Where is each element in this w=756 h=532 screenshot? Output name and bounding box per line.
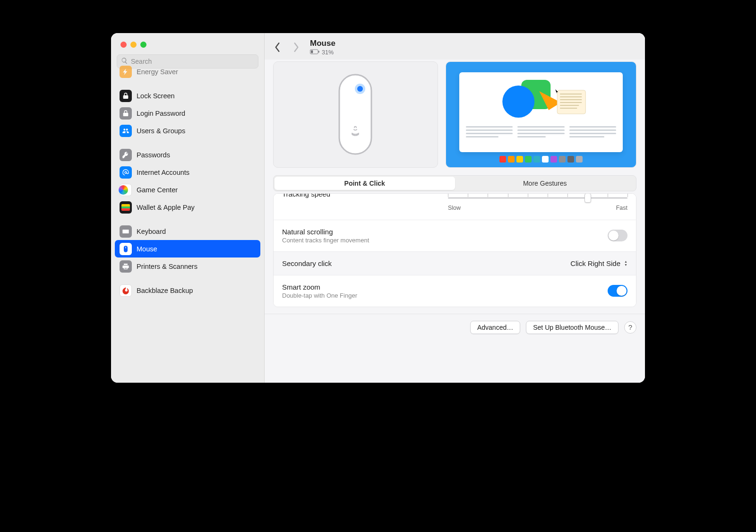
battery-status: 31% [310, 49, 335, 56]
preview-row [273, 61, 636, 168]
sidebar-item-label: Energy Saver [137, 68, 178, 76]
toolbar: Mouse 31% [265, 33, 645, 60]
settings-list: Tracking speed Slow Fast [273, 193, 636, 307]
sidebar-item-game-center[interactable]: Game Center [115, 181, 260, 198]
printers-icon [120, 260, 132, 273]
lock-icon [120, 90, 132, 102]
login-password-icon [120, 107, 132, 120]
natural-scrolling-label: Natural scrolling [282, 228, 608, 236]
secondary-click-popup[interactable]: Click Right Side ▲▼ [570, 259, 627, 267]
row-natural-scrolling: Natural scrolling Content tracks finger … [274, 220, 636, 252]
sidebar-item-label: Printers & Scanners [137, 263, 198, 270]
sidebar-item-label: Wallet & Apple Pay [137, 204, 195, 211]
energy-saver-icon [120, 66, 132, 78]
main-pane: Mouse 31% [265, 33, 645, 383]
at-sign-icon [120, 166, 132, 179]
sidebar-item-lock-screen[interactable]: Lock Screen [115, 87, 260, 104]
battery-percent: 31% [322, 49, 334, 56]
svg-point-7 [502, 86, 534, 118]
help-button[interactable]: ? [624, 321, 636, 334]
sidebar-item-label: Login Password [137, 110, 185, 117]
tab-point-click[interactable]: Point & Click [275, 177, 455, 190]
content-scroll[interactable]: Point & Click More Gestures Tracking spe… [265, 60, 645, 383]
svg-rect-3 [339, 75, 371, 154]
users-groups-icon [120, 125, 132, 137]
smart-zoom-label: Smart zoom [282, 283, 608, 291]
sidebar-item-users-groups[interactable]: Users & Groups [115, 122, 260, 139]
mouse-icon [120, 243, 132, 255]
backblaze-icon [120, 284, 132, 297]
tab-bar: Point & Click More Gestures [273, 175, 636, 191]
sidebar-item-mouse[interactable]: Mouse [115, 240, 260, 257]
sidebar-separator [115, 275, 260, 282]
sidebar-item-energy-saver[interactable]: Energy Saver [115, 63, 260, 80]
sidebar-item-label: Users & Groups [137, 127, 185, 135]
minimize-window-button[interactable] [130, 42, 137, 48]
sidebar-item-label: Game Center [137, 186, 178, 194]
smart-zoom-toggle[interactable] [608, 285, 627, 297]
sidebar-item-printers[interactable]: Printers & Scanners [115, 257, 260, 275]
wallet-icon [120, 201, 132, 214]
sidebar-separator [115, 80, 260, 87]
row-tracking-speed: Tracking speed Slow Fast [274, 194, 636, 220]
sidebar-item-label: Mouse [137, 245, 157, 253]
sidebar-item-wallet[interactable]: Wallet & Apple Pay [115, 198, 260, 216]
svg-rect-2 [318, 51, 319, 52]
slider-slow-label: Slow [448, 205, 461, 211]
svg-point-5 [357, 86, 363, 92]
gesture-preview-dock [459, 156, 623, 163]
sidebar-separator [115, 139, 260, 146]
tracking-speed-slider[interactable] [448, 194, 627, 204]
secondary-click-value: Click Right Side [570, 259, 620, 267]
close-window-button[interactable] [120, 42, 127, 48]
sidebar-item-passwords[interactable]: Passwords [115, 146, 260, 163]
sidebar: Energy Saver Lock Screen Login Password [111, 33, 265, 383]
tab-more-gestures[interactable]: More Gestures [455, 177, 636, 190]
keyboard-icon [120, 225, 132, 238]
natural-scrolling-toggle[interactable] [608, 230, 627, 241]
svg-rect-1 [311, 50, 313, 53]
system-settings-window: Energy Saver Lock Screen Login Password [111, 33, 645, 383]
secondary-click-label: Secondary click [282, 259, 570, 267]
window-traffic-lights [111, 40, 264, 54]
key-icon [120, 149, 132, 161]
footer-buttons: Advanced… Set Up Bluetooth Mouse… ? [265, 314, 645, 334]
natural-scrolling-sublabel: Content tracks finger movement [282, 237, 608, 244]
sidebar-item-internet-accounts[interactable]: Internet Accounts [115, 163, 260, 181]
up-down-icon: ▲▼ [624, 260, 627, 266]
sidebar-list[interactable]: Energy Saver Lock Screen Login Password [111, 62, 264, 309]
row-smart-zoom: Smart zoom Double-tap with One Finger [274, 275, 636, 307]
sidebar-separator [115, 216, 260, 223]
sidebar-item-login-password[interactable]: Login Password [115, 104, 260, 122]
page-title: Mouse [310, 39, 335, 48]
sidebar-item-keyboard[interactable]: Keyboard [115, 223, 260, 240]
battery-icon [310, 49, 319, 56]
smart-zoom-sublabel: Double-tap with One Finger [282, 292, 608, 299]
advanced-button[interactable]: Advanced… [470, 321, 520, 334]
slider-fast-label: Fast [616, 205, 627, 211]
mouse-illustration [336, 72, 374, 157]
nav-back-button[interactable] [274, 43, 283, 51]
gesture-preview-window [459, 72, 623, 152]
zoom-window-button[interactable] [140, 42, 146, 48]
sidebar-item-backblaze[interactable]: Backblaze Backup [115, 282, 260, 299]
setup-bluetooth-mouse-button[interactable]: Set Up Bluetooth Mouse… [526, 321, 619, 334]
sidebar-item-label: Lock Screen [137, 92, 175, 100]
sidebar-item-label: Keyboard [137, 228, 166, 235]
row-secondary-click: Secondary click Click Right Side ▲▼ [274, 252, 636, 275]
nav-forward-button[interactable] [293, 43, 301, 51]
gesture-preview [446, 61, 637, 168]
game-center-icon [120, 184, 132, 196]
mouse-preview [273, 61, 438, 168]
sidebar-item-label: Internet Accounts [137, 169, 189, 176]
sidebar-item-label: Passwords [137, 151, 170, 159]
sidebar-item-label: Backblaze Backup [137, 287, 193, 294]
